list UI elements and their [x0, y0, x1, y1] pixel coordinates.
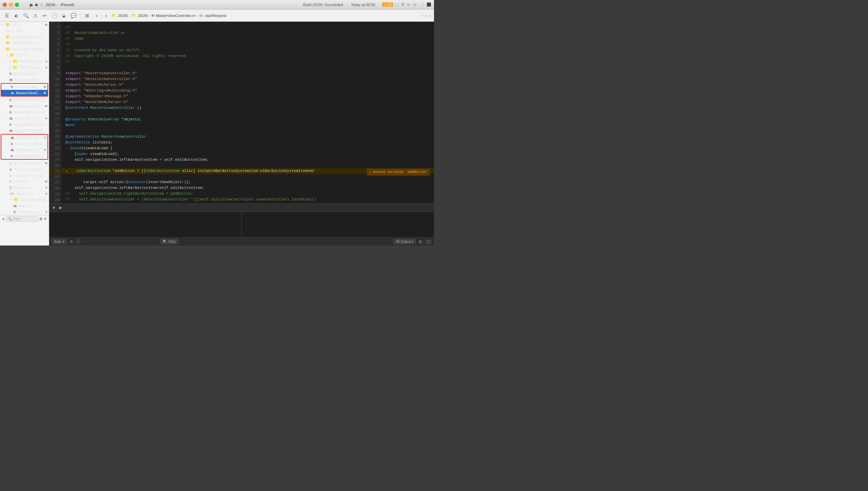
folder-icon: 📁	[13, 65, 18, 70]
play-button[interactable]: ▶	[30, 2, 34, 7]
sidebar-filter[interactable]: 🔍 Filter	[6, 216, 38, 222]
sidebar-item-nsnumber-h[interactable]: h NSNumber+Message.h	[1, 153, 47, 159]
sidebar-item-nsstring-url-h[interactable]: h NSString+URLEncoding.h	[1, 141, 47, 147]
sidebar-item-dvc-m[interactable]: m DetailViewController.m M	[0, 103, 49, 109]
folder-icon: 📁	[14, 197, 19, 202]
breadcrumb-icon-3: m	[152, 14, 155, 17]
expand-down-button[interactable]: ▼	[52, 205, 56, 210]
breadcrumb-back[interactable]: ‹	[422, 13, 423, 18]
sidebar-item-dvc-h[interactable]: h DetailViewController.h	[0, 97, 49, 103]
bookmark2-btn[interactable]: ⬙	[60, 12, 68, 19]
code-content[interactable]: // // MasterViewController.m // JSON // …	[61, 22, 434, 203]
sidebar-item-libz[interactable]: libz.1.dylib	[0, 28, 49, 34]
code-editor[interactable]: 12345 678910 1112131415 1617181920 21222…	[49, 22, 434, 203]
sidebar-item-appdelegate-m[interactable]: m AppDelegate.m	[0, 77, 49, 83]
breadcrumb-item-1[interactable]: JSON	[118, 14, 127, 18]
sidebar-item-tbxml-headers[interactable]: ▶ 📁 TBXML-Headers A	[0, 64, 49, 71]
sidebar-item-notes-json[interactable]: {} Notes.json A	[0, 184, 49, 191]
sidebar-item-tbxml-code[interactable]: ▶ 📁 TBXML-Code A	[0, 58, 49, 64]
undo-btn[interactable]: ↩	[41, 12, 49, 19]
comment-btn[interactable]: 💬	[69, 12, 77, 19]
main-layout: ▼ 📁 JSON M libz.1.dylib 📁 CoreGraphics.f…	[0, 22, 434, 246]
file-type-icon: m	[11, 91, 14, 95]
info-button[interactable]: ⓘ	[76, 239, 80, 244]
navigator-toggle[interactable]: ☰	[3, 12, 11, 19]
sidebar-item-nsstring-url-m[interactable]: m NSString+URLEncoding.m A	[1, 135, 47, 141]
maximize-button[interactable]	[15, 3, 19, 7]
sidebar-item-notes-xml-parser-m[interactable]: m NotesXMLParser.m A	[0, 115, 49, 121]
add-file-button[interactable]: +	[2, 216, 5, 222]
sidebar-item-json-sub[interactable]: ▼ 📁 JSON	[0, 52, 49, 58]
output-selector[interactable]: All Output ▾	[393, 239, 416, 244]
split-button[interactable]: ⬚	[422, 239, 426, 244]
highlight-group-1: h MasterViewController.h M m MasterViewC…	[1, 83, 48, 97]
split-view-icon[interactable]: ⬜	[419, 2, 424, 7]
file-type-icon: m	[9, 104, 13, 108]
breadcrumb-item-4[interactable]: -startRequest	[204, 14, 226, 18]
folder-icon: 📁	[13, 59, 18, 64]
device-name: iPhone6	[60, 3, 74, 7]
sidebar-item-coregraphics[interactable]: 📁 CoreGraphics.framework	[0, 34, 49, 40]
bookmark-btn[interactable]: ⬖	[12, 12, 20, 19]
sidebar-item-notes-xml-parser-h[interactable]: h NotesXMLParser.h	[0, 109, 49, 115]
xml-icon: </>	[9, 192, 14, 196]
breadcrumb-forward[interactable]: ›	[425, 13, 426, 18]
delete-button[interactable]: 🗑	[418, 239, 422, 244]
all-output-label: All Output ▾	[396, 240, 413, 243]
sidebar-item-assets[interactable]: ◈ Assets.xcassets	[0, 166, 49, 172]
sidebar-item-prefix-header[interactable]: h PrefixHeader.pch A	[0, 209, 49, 215]
toolbar-divider	[80, 12, 80, 19]
warning-btn[interactable]: ⚠	[31, 12, 39, 19]
filter-box-center[interactable]: 🔍 Filter	[160, 239, 178, 244]
bottom-toolbar: ▼ ▶	[49, 204, 434, 212]
sidebar-expand-button[interactable]: ✕	[44, 217, 47, 221]
json-icon: {}	[9, 186, 12, 190]
back-nav[interactable]: ‹	[93, 12, 101, 19]
sidebar-item-mvc-h[interactable]: h MasterViewController.h M	[1, 84, 47, 90]
sidebar-item-launchscreen[interactable]: □ LaunchScreen.storyboard	[0, 172, 49, 178]
titlebar: ▶ ■ ⬡ JSON › iPhone6 Build JSON: Succeed…	[0, 0, 434, 9]
breadcrumb-item-2[interactable]: JSON	[138, 14, 147, 18]
build-status: Build JSON: Succeeded	[303, 3, 343, 7]
panel-toggle-icon[interactable]: ▭	[413, 2, 416, 7]
search-icon: 🔍	[8, 217, 12, 221]
refresh-icon[interactable]: ↻	[401, 2, 405, 7]
sidebar-item-main-m[interactable]: m main.m	[0, 203, 49, 209]
sidebar-item-notes-tbxml-m[interactable]: m NotesTBXMLParser.m	[0, 127, 49, 134]
auto-label: Auto	[54, 240, 61, 243]
file-type-icon: h	[11, 154, 13, 158]
sidebar-item-foundation[interactable]: 📁 Foundation.framework	[0, 46, 49, 52]
sidebar-item-json-root[interactable]: ▼ 📁 JSON M	[0, 22, 49, 28]
sidebar-item-notes-tbxml-h[interactable]: h NotesTBXMLParser.h	[0, 121, 49, 127]
forward-nav[interactable]: ›	[102, 12, 110, 19]
status-bar: Auto ▾ 👁 ⓘ 🔍 Filter All Output ▾ 🗑 ⬚ ⬛	[49, 237, 434, 246]
sidebar-item-main-storyboard[interactable]: □ Main.storyboard M	[0, 160, 49, 166]
sidebar-settings-button[interactable]: ⊞	[39, 217, 42, 221]
maximize-panel-button[interactable]: ⬛	[426, 239, 431, 244]
sidebar-item-supporting-files[interactable]: ▼ 📁 Supporting Files	[0, 197, 49, 203]
grid-btn[interactable]: ⊞	[83, 12, 91, 19]
history-btn[interactable]: 🕑	[50, 12, 58, 19]
sidebar-item-mvc-m[interactable]: m MasterViewController.m M	[1, 90, 47, 96]
stop-button[interactable]: ■	[35, 2, 38, 7]
sidebar-item-appdelegate-h[interactable]: h AppDelegate.h	[0, 71, 49, 77]
assistant-icon[interactable]: ⬛	[427, 2, 431, 7]
close-button[interactable]	[3, 3, 7, 7]
warning-tooltip: ⚠ Unused variable 'addButton'	[367, 169, 430, 176]
breadcrumb-item-3[interactable]: MasterViewController.m	[156, 14, 196, 18]
minimize-button[interactable]	[9, 3, 13, 7]
sidebar-item-notes-xml[interactable]: </> Notes.xml A	[0, 191, 49, 197]
sidebar-item-uikit[interactable]: 📁 UIKit.framework	[0, 40, 49, 46]
sidebar-item-info-plist[interactable]: ≡ Info.plist M	[0, 178, 49, 184]
bottom-toolbar-label: ▶	[59, 205, 62, 210]
back-history-icon[interactable]: ⇦	[407, 2, 410, 7]
search-btn[interactable]: 🔍	[22, 12, 30, 19]
sidebar-item-nsnumber-m[interactable]: m NSNumber+Message.m A	[1, 147, 47, 153]
file-type-icon: h	[9, 123, 12, 126]
filter-label: Filter	[13, 217, 20, 221]
view-toggle-button[interactable]: 👁	[70, 239, 74, 244]
storyboard-icon: □	[9, 161, 12, 165]
auto-select[interactable]: Auto ▾	[52, 239, 67, 244]
editor-view-icon[interactable]: ⬚	[395, 2, 399, 7]
folder-icon: 📁	[5, 35, 11, 39]
